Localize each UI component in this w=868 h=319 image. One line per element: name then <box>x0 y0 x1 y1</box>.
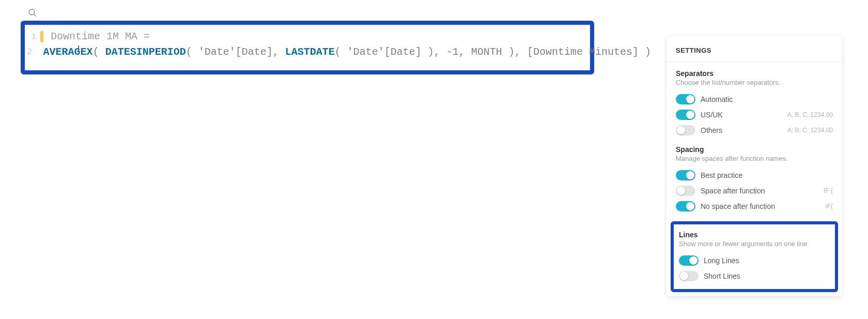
label-lines-short: Short Lines <box>704 272 830 280</box>
hint-separators-others: A; B; C; 1234,00 <box>787 127 833 134</box>
label-lines-long: Long Lines <box>704 256 830 265</box>
label-separators-others: Others <box>701 126 787 134</box>
label-spacing-after: Space after function <box>701 187 824 195</box>
settings-panel: SETTINGS Separators Choose the list/numb… <box>667 36 842 296</box>
toggle-spacing-after[interactable] <box>676 186 695 196</box>
separators-auto-row: Automatic <box>676 92 833 107</box>
label-spacing-noafter: No space after function <box>701 202 825 210</box>
lines-long-row: Long Lines <box>679 253 830 268</box>
separators-desc: Choose the list/number separators. <box>676 79 833 86</box>
hint-spacing-noafter: IF( <box>825 203 833 210</box>
settings-title: SETTINGS <box>676 47 833 54</box>
code-line-2[interactable]: 2 AVERAGEX( DATESINPERIOD( 'Date'[Date],… <box>25 44 590 60</box>
lines-title: Lines <box>679 231 830 239</box>
code-text-2: AVERAGEX( DATESINPERIOD( 'Date'[Date], L… <box>43 45 651 59</box>
toggle-lines-short[interactable] <box>679 271 699 281</box>
code-line-1[interactable]: 1 Downtime 1M MA = <box>25 29 590 44</box>
toggle-separators-others[interactable] <box>676 125 695 135</box>
spacing-title: Spacing <box>676 145 833 154</box>
spacing-noafter-row: No space after function IF( <box>676 199 833 214</box>
lines-group: Lines Show more or fewer arguments on on… <box>671 221 838 292</box>
toggle-spacing-noafter[interactable] <box>676 201 695 211</box>
toggle-separators-usuk[interactable] <box>676 110 695 120</box>
label-spacing-best: Best practice <box>701 171 833 179</box>
code-text-1: Downtime 1M MA = <box>51 30 150 43</box>
toggle-separators-auto[interactable] <box>676 94 695 104</box>
svg-line-1 <box>34 14 36 17</box>
toggle-spacing-best[interactable] <box>676 170 695 180</box>
separators-group: Separators Choose the list/number separa… <box>676 69 833 138</box>
spacing-after-row: Space after function IF ( <box>676 183 833 199</box>
spacing-best-row: Best practice <box>676 168 833 183</box>
spacing-group: Spacing Manage spaces after function nam… <box>676 145 833 214</box>
toggle-lines-long[interactable] <box>679 255 699 266</box>
gutter-2: 2 <box>27 45 36 59</box>
label-separators-usuk: US/UK <box>701 111 787 119</box>
spacing-desc: Manage spaces after function names. <box>676 155 833 162</box>
lines-desc: Show more or fewer arguments on one line <box>679 240 830 248</box>
lines-short-row: Short Lines <box>679 268 830 284</box>
separators-others-row: Others A; B; C; 1234,00 <box>676 123 833 138</box>
gutter-1: 1 <box>27 30 40 43</box>
separators-title: Separators <box>676 69 833 78</box>
hint-spacing-after: IF ( <box>824 187 833 194</box>
code-editor[interactable]: 1 Downtime 1M MA = 2 AVERAGEX( DATESINPE… <box>21 21 594 74</box>
label-separators-auto: Automatic <box>701 95 833 103</box>
hint-separators-usuk: A, B, C, 1234.00 <box>787 111 833 118</box>
search-icon[interactable] <box>28 8 37 20</box>
svg-point-0 <box>29 9 35 15</box>
line-marker <box>40 31 43 42</box>
separators-usuk-row: US/UK A, B, C, 1234.00 <box>676 107 833 123</box>
divider <box>667 62 842 62</box>
